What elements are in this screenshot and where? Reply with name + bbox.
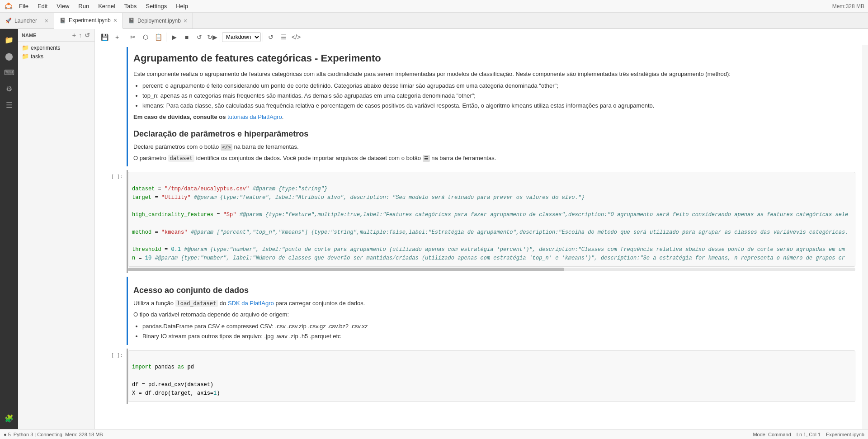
sdk-link[interactable]: SDK da PlatIAgro (228, 300, 274, 307)
running-icon-btn[interactable]: ⬤ (2, 49, 16, 63)
notebook-title: Agrupamento de features categóricas - Ex… (133, 52, 855, 64)
acesso-bullet-csv: pandas.DataFrame para CSV e compressed C… (142, 321, 855, 331)
status-right: Mode: Command Ln 1, Col 1 Experiment.ipy… (753, 432, 864, 437)
menu-settings[interactable]: Settings (142, 2, 170, 10)
stop-button[interactable]: ■ (181, 31, 193, 43)
menu-file[interactable]: File (15, 2, 32, 10)
code-cell-2-body[interactable]: import pandas as pd df = pd.read_csv(dat… (127, 349, 863, 404)
menu-view[interactable]: View (53, 2, 73, 10)
intro-bullets: percent: o agrupamento é feito considera… (142, 81, 855, 111)
tabs-icon-btn[interactable]: ☰ (2, 98, 16, 112)
menu-help[interactable]: Help (172, 2, 192, 10)
file-sidebar: Name + ↑ ↺ 📁 experiments 📁 tasks (18, 29, 95, 429)
toolbar-sep-4 (263, 33, 263, 42)
tasks-folder-icon: 📁 (22, 53, 29, 60)
code-area-1[interactable]: dataset = "/tmp/data/eucalyptus.csv" #@p… (128, 172, 855, 267)
experiment-tab-icon: 📓 (60, 18, 66, 24)
status-bar: ● 5 Python 3 | Connecting Mem: 328.18 MB… (0, 429, 868, 439)
files-icon-btn[interactable]: 📁 (2, 33, 16, 47)
acesso-p1: Utiliza a função (133, 300, 175, 307)
dataset-button[interactable]: ☰ (278, 31, 289, 43)
toolbar-sep-1 (125, 33, 125, 42)
acesso-paragraph: Utiliza a função load_dataset do SDK da … (133, 299, 855, 308)
acesso-bullets: pandas.DataFrame para CSV e compressed C… (142, 321, 855, 341)
add-cell-button[interactable]: + (111, 31, 123, 43)
settings-icon-btn[interactable]: ⚙ (2, 81, 16, 96)
em-caso-bold: Em caso de dúvidas, consulte os (133, 113, 227, 120)
declare-p4: identifica os conjuntos de dados. Você p… (196, 155, 423, 161)
new-folder-action[interactable]: + (71, 31, 77, 40)
status-ln-col: Ln 1, Col 1 (797, 432, 821, 437)
dataset-icon-inline: ☰ (423, 155, 430, 162)
svg-point-0 (7, 2, 10, 5)
file-list: 📁 experiments 📁 tasks (18, 42, 94, 429)
tab-experiment[interactable]: 📓 Experiment.ipynb × (54, 13, 123, 29)
markdown-cell-1: Agrupamento de features categóricas - Ex… (95, 45, 863, 168)
file-item-tasks[interactable]: 📁 tasks (18, 52, 94, 61)
tab-bar: 🚀 Launcher × 📓 Experiment.ipynb × 📓 Depl… (0, 13, 868, 29)
code-cell-1-body[interactable]: dataset = "/tmp/data/eucalyptus.csv" #@p… (127, 170, 863, 273)
file-item-experiments[interactable]: 📁 experiments (18, 43, 94, 52)
tab-experiment-close[interactable]: × (113, 17, 117, 24)
tab-launcher[interactable]: 🚀 Launcher × (0, 13, 54, 28)
acesso-p2: do (220, 300, 228, 307)
jupyter-logo (4, 1, 14, 11)
menu-tabs[interactable]: Tabs (121, 2, 140, 10)
code-hscroll-1[interactable] (128, 268, 855, 271)
refresh-action[interactable]: ↺ (84, 31, 91, 40)
tab-deployment-close[interactable]: × (184, 17, 187, 24)
tab-experiment-label: Experiment.ipynb (69, 17, 111, 24)
declare-p1: Declare parâmetros com o botão (133, 143, 221, 150)
declare-p2: na barra de ferramentas. (234, 143, 298, 150)
code-cell-2: [ ]: import pandas as pd df = pd.read_cs… (95, 347, 863, 406)
tab-deployment[interactable]: 📓 Deployment.ipynb × (123, 13, 193, 28)
save-button[interactable]: 💾 (99, 31, 110, 43)
main-layout: 📁 ⬤ ⌨ ⚙ ☰ 🧩 Name + ↑ ↺ 📁 experiments 📁 t… (0, 29, 868, 429)
sidebar-title: Name (22, 33, 36, 38)
extensions-icon-btn[interactable]: 🧩 (2, 411, 16, 425)
menu-run[interactable]: Run (75, 2, 93, 10)
experiments-label: experiments (31, 45, 60, 51)
toolbar-sep-3 (220, 33, 220, 42)
menu-edit[interactable]: Edit (34, 2, 51, 10)
dataset-code: dataset (168, 155, 195, 162)
tasks-label: tasks (31, 53, 43, 60)
cut-button[interactable]: ✂ (127, 31, 139, 43)
commands-icon-btn[interactable]: ⌨ (2, 65, 16, 80)
bullet-topn: top_n: apenas as n categorias mais frequ… (142, 91, 855, 101)
cell-type-select[interactable]: Markdown Code Raw (222, 32, 261, 42)
tab-launcher-close[interactable]: × (45, 17, 48, 24)
acesso-p4: O tipo da variável retornada depende do … (133, 310, 855, 320)
restart-button[interactable]: ↺ (193, 31, 205, 43)
paste-button[interactable]: 📋 (152, 31, 164, 43)
notebook-area: Agrupamento de features categóricas - Ex… (95, 45, 868, 429)
notebook-content[interactable]: Agrupamento de features categóricas - Ex… (95, 45, 863, 429)
platiagro-link[interactable]: tutoriais da PlatIAgro (227, 113, 282, 120)
status-kernel: Python 3 | Connecting (14, 432, 62, 437)
restart-run-button[interactable]: ↻▶ (206, 31, 218, 43)
markdown-cell-2: Acesso ao conjunto de dados Utiliza a fu… (95, 275, 863, 347)
menu-kernel[interactable]: Kernel (94, 2, 119, 10)
sidebar-actions: + ↑ ↺ (71, 31, 91, 40)
copy-button[interactable]: ⬡ (140, 31, 151, 43)
scroll-indicator[interactable] (863, 45, 868, 429)
em-caso-paragraph: Em caso de dúvidas, consulte os tutoriai… (133, 113, 855, 122)
declare-p5: na barra de ferramentas. (431, 155, 496, 161)
upload-action[interactable]: ↑ (78, 31, 83, 40)
code-cell-1-gutter: [ ]: (95, 170, 127, 273)
code-cell-2-gutter: [ ]: (95, 349, 127, 404)
link-period: . (282, 113, 284, 120)
cell-gutter-2 (95, 277, 127, 345)
memory-display: Mem:328 MB (832, 3, 864, 9)
declare-paragraph: Declare parâmetros com o botão </> na ba… (133, 142, 855, 152)
bottom-spacer (95, 406, 863, 429)
refresh-button[interactable]: ↺ (265, 31, 277, 43)
acesso-p3: para carregar conjuntos de dados. (275, 300, 365, 307)
code-button[interactable]: </> (290, 31, 302, 43)
run-button[interactable]: ▶ (168, 31, 180, 43)
status-indicators: ● 5 (4, 432, 11, 437)
bullet-kmeans: kmeans: Para cada classe, são calculadas… (142, 101, 855, 111)
acesso-heading: Acesso ao conjunto de dados (133, 286, 855, 295)
sidebar-header: Name + ↑ ↺ (18, 29, 94, 42)
code-area-2[interactable]: import pandas as pd df = pd.read_csv(dat… (128, 350, 855, 402)
